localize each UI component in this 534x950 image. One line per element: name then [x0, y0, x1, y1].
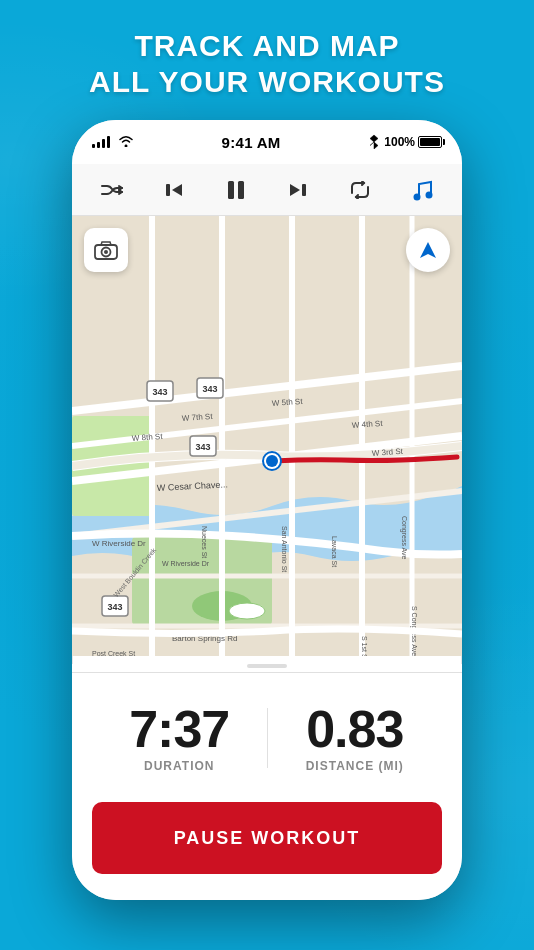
duration-value: 7:37 [92, 703, 267, 755]
wifi-icon [118, 135, 134, 150]
camera-button[interactable] [84, 228, 128, 272]
duration-stat: 7:37 DURATION [92, 703, 267, 773]
svg-point-6 [414, 193, 421, 200]
prev-button[interactable] [158, 174, 190, 206]
svg-text:W Riverside Dr: W Riverside Dr [162, 560, 210, 567]
signal-icon [92, 136, 110, 148]
svg-marker-4 [290, 184, 300, 196]
location-button[interactable] [406, 228, 450, 272]
svg-text:Nueces St: Nueces St [201, 526, 208, 558]
battery-icon [418, 136, 442, 148]
header-line1: TRACK AND MAP [40, 28, 494, 64]
music-note-icon[interactable] [406, 174, 438, 206]
bottom-area: 7:37 DURATION 0.83 DISTANCE (MI) PAUSE W… [72, 664, 462, 900]
battery-fill [420, 138, 440, 146]
svg-rect-2 [228, 181, 234, 199]
camera-icon [94, 240, 118, 260]
svg-text:343: 343 [107, 602, 122, 612]
header-text: TRACK AND MAP ALL YOUR WORKOUTS [0, 0, 534, 120]
svg-text:343: 343 [202, 384, 217, 394]
header-line2: ALL YOUR WORKOUTS [40, 64, 494, 100]
status-right: 100% [368, 133, 442, 152]
svg-point-7 [426, 191, 433, 198]
location-arrow-icon [418, 240, 438, 260]
svg-text:W Riverside Dr: W Riverside Dr [92, 539, 146, 548]
svg-marker-0 [172, 184, 182, 196]
svg-rect-3 [238, 181, 244, 199]
status-bar: 9:41 AM 100% [72, 120, 462, 164]
pause-music-button[interactable] [220, 174, 252, 206]
svg-text:San Antonio St: San Antonio St [281, 526, 288, 572]
bluetooth-icon [368, 133, 380, 152]
svg-point-11 [229, 603, 265, 619]
svg-point-50 [266, 455, 278, 467]
duration-label: DURATION [92, 759, 267, 773]
map-area: W 8th St W 7th St W 5th St W 4th St W 3r… [72, 216, 462, 656]
status-time: 9:41 AM [222, 134, 281, 151]
drag-indicator [247, 664, 287, 668]
phone-frame: 9:41 AM 100% [72, 120, 462, 900]
next-button[interactable] [282, 174, 314, 206]
svg-text:Congress Ave: Congress Ave [400, 516, 408, 560]
distance-value: 0.83 [268, 703, 443, 755]
distance-stat: 0.83 DISTANCE (MI) [268, 703, 443, 773]
music-controls [72, 164, 462, 216]
svg-point-53 [104, 250, 108, 254]
svg-text:S 1st St: S 1st St [361, 636, 368, 656]
svg-rect-1 [166, 184, 170, 196]
svg-marker-54 [420, 242, 436, 258]
map-svg: W 8th St W 7th St W 5th St W 4th St W 3r… [72, 216, 462, 656]
battery-percent: 100% [384, 135, 415, 149]
battery-status: 100% [384, 135, 442, 149]
shuffle-button[interactable] [96, 174, 128, 206]
pause-workout-label: PAUSE WORKOUT [174, 828, 361, 849]
status-left [92, 135, 134, 150]
stats-area: 7:37 DURATION 0.83 DISTANCE (MI) [72, 672, 462, 802]
svg-rect-5 [302, 184, 306, 196]
pause-workout-button[interactable]: PAUSE WORKOUT [92, 802, 442, 874]
svg-text:343: 343 [195, 442, 210, 452]
repeat-button[interactable] [344, 174, 376, 206]
svg-text:343: 343 [152, 387, 167, 397]
svg-text:Lavaca St: Lavaca St [331, 536, 338, 567]
distance-label: DISTANCE (MI) [268, 759, 443, 773]
svg-text:Post Creek St: Post Creek St [92, 650, 135, 656]
